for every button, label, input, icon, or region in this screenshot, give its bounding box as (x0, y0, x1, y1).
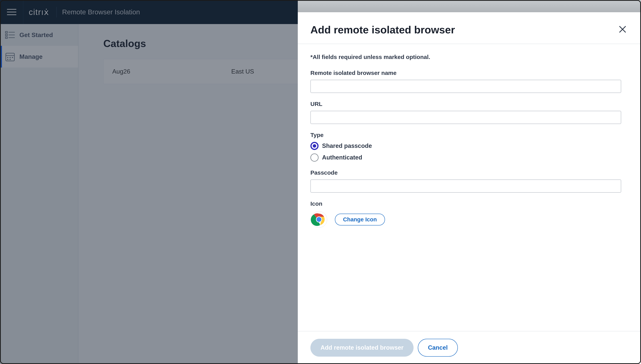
passcode-input[interactable] (310, 180, 621, 193)
change-icon-button[interactable]: Change Icon (335, 214, 385, 226)
radio-label: Shared passcode (322, 142, 372, 150)
name-label: Remote isolated browser name (310, 70, 628, 76)
url-input[interactable] (310, 111, 621, 124)
submit-button[interactable]: Add remote isolated browser (310, 339, 414, 357)
radio-shared-passcode[interactable]: Shared passcode (310, 142, 628, 150)
name-input[interactable] (310, 80, 621, 93)
drawer-title: Add remote isolated browser (310, 24, 455, 36)
radio-label: Authenticated (322, 154, 362, 161)
url-label: URL (310, 101, 628, 107)
cancel-button[interactable]: Cancel (418, 339, 458, 357)
type-radio-group: Shared passcode Authenticated (310, 142, 628, 162)
radio-circle-selected (310, 142, 318, 150)
drawer-body: *All fields required unless marked optio… (298, 44, 641, 331)
required-note: *All fields required unless marked optio… (310, 54, 628, 60)
chrome-icon (310, 211, 328, 228)
drawer-footer: Add remote isolated browser Cancel (298, 331, 641, 364)
type-label: Type (310, 132, 628, 138)
close-button[interactable] (617, 24, 628, 36)
close-icon (619, 26, 626, 33)
radio-circle (310, 154, 318, 162)
passcode-label: Passcode (310, 170, 628, 176)
drawer-header: Add remote isolated browser (298, 12, 641, 44)
drawer-top-bar (298, 0, 641, 12)
icon-label: Icon (310, 200, 628, 207)
radio-authenticated[interactable]: Authenticated (310, 154, 628, 162)
drawer-panel: Add remote isolated browser *All fields … (298, 0, 641, 364)
